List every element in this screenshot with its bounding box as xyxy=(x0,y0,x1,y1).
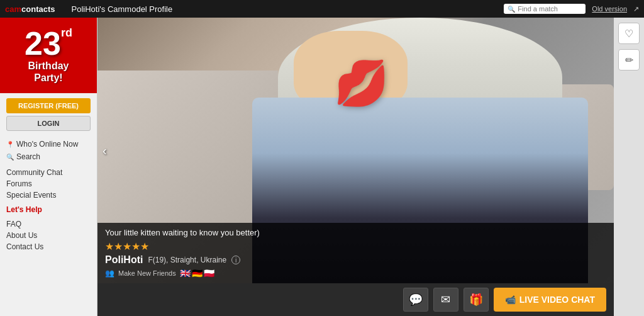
sidebar-buttons: REGISTER (FREE) LOGIN xyxy=(0,93,97,136)
birthday-rd: rd xyxy=(61,27,72,38)
sidebar-item-about-us-label: About Us xyxy=(6,231,37,240)
logo-cam: cam xyxy=(5,4,21,14)
birthday-line1: Birthday xyxy=(28,60,69,71)
sidebar-footer: FAQ About Us Contact Us xyxy=(0,217,97,254)
sidebar-item-search-label: Search xyxy=(16,152,40,161)
sidebar-item-forums-label: Forums xyxy=(6,179,32,188)
profile-bottom-bar: Your little kitten waiting to know you b… xyxy=(97,223,614,283)
sidebar-item-contact-us-label: Contact Us xyxy=(6,242,43,251)
message-icon: ✉ xyxy=(441,293,450,307)
action-bar: 💬 ✉ 🎁 📹 LIVE VIDEO CHAT xyxy=(97,283,614,316)
find-match-search[interactable]: 🔍 xyxy=(504,4,586,14)
live-video-button[interactable]: 📹 LIVE VIDEO CHAT xyxy=(494,288,606,312)
goal-icon: 👥 xyxy=(105,269,114,278)
chat-button[interactable]: 💬 xyxy=(403,288,428,312)
heart-icon: ♡ xyxy=(625,28,633,40)
lips-overlay: 💋 xyxy=(334,57,389,109)
logo-contacts: contacts xyxy=(21,4,55,14)
sidebar-item-community-chat-label: Community Chat xyxy=(6,168,62,177)
register-button[interactable]: REGISTER (FREE) xyxy=(6,98,91,113)
find-match-input[interactable] xyxy=(518,5,582,13)
profile-info-icon[interactable]: i xyxy=(231,256,240,264)
edit-icon: ✏ xyxy=(625,54,633,66)
search-nav-icon: 🔍 xyxy=(6,154,14,161)
birthday-badge: 23rd Birthday Party! xyxy=(25,27,72,84)
flag-de: 🇩🇪 xyxy=(192,268,203,278)
profile-name-row: PoliHoti F(19), Straight, Ukraine i xyxy=(105,254,606,266)
back-arrow-button[interactable]: ‹ xyxy=(103,144,107,158)
top-bar: camcontacts PoliHoti's Cammodel Profile … xyxy=(0,0,644,18)
old-version-link[interactable]: Old version xyxy=(592,5,627,13)
profile-tagline: Your little kitten waiting to know you b… xyxy=(105,228,606,237)
sidebar-item-special-events[interactable]: Special Events xyxy=(6,190,91,200)
top-bar-left: camcontacts PoliHoti's Cammodel Profile xyxy=(5,4,172,14)
sidebar-item-whos-online-label: Who's Online Now xyxy=(16,140,78,149)
login-button[interactable]: LOGIN xyxy=(6,116,91,131)
flag-gb: 🇬🇧 xyxy=(180,268,191,278)
message-button[interactable]: ✉ xyxy=(433,288,458,312)
lips-emoji: 💋 xyxy=(334,59,389,108)
profile-details: F(19), Straight, Ukraine xyxy=(148,256,226,264)
location-icon: 📍 xyxy=(6,141,14,148)
flag-pl: 🇵🇱 xyxy=(204,268,214,278)
sidebar: 23rd Birthday Party! REGISTER (FREE) LOG… xyxy=(0,18,97,316)
top-bar-right: 🔍 Old version ↗ xyxy=(504,4,639,14)
sidebar-item-faq[interactable]: FAQ xyxy=(6,219,91,229)
sidebar-item-forums[interactable]: Forums xyxy=(6,179,91,189)
main-content: 💋 ‹ Your little kitten waiting to know y… xyxy=(97,18,614,316)
birthday-number: 23 xyxy=(25,27,61,60)
sidebar-item-community-chat[interactable]: Community Chat xyxy=(6,167,91,178)
main-layout: 23rd Birthday Party! REGISTER (FREE) LOG… xyxy=(0,18,644,316)
sidebar-item-special-events-label: Special Events xyxy=(6,191,56,200)
logo: camcontacts xyxy=(5,4,55,14)
profile-image-area: 💋 ‹ Your little kitten waiting to know y… xyxy=(97,18,614,283)
sidebar-nav: 📍 Who's Online Now 🔍 Search xyxy=(0,136,97,165)
profile-goal-row: 👥 Make New Friends 🇬🇧 🇩🇪 🇵🇱 xyxy=(105,268,606,278)
birthday-line2: Party! xyxy=(34,72,62,83)
gift-icon: 🎁 xyxy=(469,293,483,307)
sidebar-item-contact-us[interactable]: Contact Us xyxy=(6,242,91,252)
sidebar-item-whos-online[interactable]: 📍 Who's Online Now xyxy=(6,138,91,150)
right-panel: ♡ ✏ xyxy=(614,18,644,316)
flag-icons: 🇬🇧 🇩🇪 🇵🇱 xyxy=(180,268,214,278)
search-icon: 🔍 xyxy=(508,6,515,13)
lets-help-label: Let's Help xyxy=(0,203,97,217)
logo-area: 23rd Birthday Party! xyxy=(0,18,97,93)
profile-goal-label: Make New Friends xyxy=(118,269,176,277)
video-icon: 📹 xyxy=(505,295,516,305)
gift-button[interactable]: 🎁 xyxy=(464,288,489,312)
profile-stars: ★★★★★ xyxy=(105,240,606,252)
profile-name: PoliHoti xyxy=(105,254,143,266)
live-video-label: LIVE VIDEO CHAT xyxy=(519,295,595,305)
sidebar-item-about-us[interactable]: About Us xyxy=(6,230,91,240)
sidebar-community-section: Community Chat Forums Special Events xyxy=(0,165,97,203)
edit-button[interactable]: ✏ xyxy=(618,49,640,71)
birthday-text: Birthday Party! xyxy=(28,60,69,84)
sidebar-item-faq-label: FAQ xyxy=(6,220,21,229)
sidebar-item-search[interactable]: 🔍 Search xyxy=(6,151,91,162)
top-arrow-icon: ↗ xyxy=(633,5,639,13)
favorite-button[interactable]: ♡ xyxy=(618,23,640,44)
chat-icon: 💬 xyxy=(409,293,423,307)
page-title: PoliHoti's Cammodel Profile xyxy=(72,4,173,14)
